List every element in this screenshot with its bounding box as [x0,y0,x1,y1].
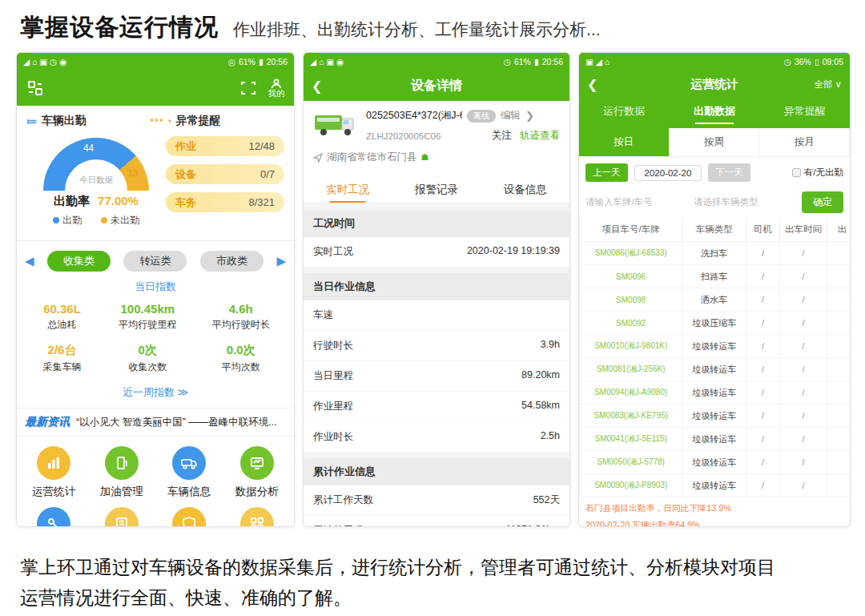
phone3-title: 运营统计 [690,77,738,92]
app-vehicle-management[interactable]: 车务管理 [155,507,223,527]
table-row[interactable]: SM0092 垃圾压缩车 / / [580,312,851,335]
news-ticker[interactable]: 最新资讯 “以小见大 智造美丽中国” ——盈峰中联环境... [17,409,294,437]
detail-row: 作业时长 2.5h [304,422,569,452]
app-data-analysis[interactable]: 数据分析 [223,446,292,499]
cell-departure-time: / [779,242,827,265]
table-row[interactable]: SM0010(湘J-9801K) 垃圾转运车 / / [580,335,851,358]
segment-by-week[interactable]: 按周 [670,128,760,156]
cell-cutoff [827,428,851,451]
cell-vehicle-id[interactable]: SM0094(湘J-A9080) [580,381,682,405]
scan-icon[interactable] [239,79,257,97]
prev-category-arrow[interactable]: ◀ [25,254,34,268]
cell-driver: / [746,242,780,265]
vehicle-management-icon [172,507,206,527]
cell-departure-time: / [779,381,827,405]
segment-by-month[interactable]: 按月 [759,128,850,156]
app-operation-stats[interactable]: 运营统计 [20,446,88,499]
tab-attendance-data[interactable]: 出勤数据 [670,98,760,128]
alert-clock-icon: ◔ [166,115,172,127]
stat-label: 平均行驶时长 [195,318,288,332]
more-options-button[interactable]: ••• [150,114,164,127]
cell-vehicle-id[interactable]: SM0092 [580,312,682,335]
battery-percent: 61% [239,57,255,66]
cell-departure-time: / [779,288,827,312]
daily-index-label: 当日指数 [17,280,294,294]
table-row[interactable]: SM0081(湘J-256K) 垃圾转运车 / / [580,358,851,381]
next-day-button[interactable]: 下一天 [708,163,750,182]
table-row[interactable]: SM0098 洒水车 / / [580,288,851,312]
row-value: 89.20km [521,369,560,383]
table-row[interactable]: SM0090(湘J-P8903) 垃圾转运车 / / [580,474,851,497]
follow-button[interactable]: 关注 [492,129,512,143]
stat-label: 平均行驶里程 [101,318,194,332]
cell-vehicle-id[interactable]: SM0083(湘J-KE795) [580,405,682,428]
table-row[interactable]: SM0094(湘J-A9080) 垃圾转运车 / / [580,381,851,405]
tab-running-data[interactable]: 运行数据 [579,98,670,128]
app-parts-mall[interactable]: 配件商城 [223,507,292,527]
table-row[interactable]: SM0050(湘J-5778) 垃圾转运车 / / [580,451,851,474]
daily-index-stats: 60.36L 总油耗 100.45km 平均行驶里程 4.6h 平均行驶时长 2… [17,294,294,376]
cell-vehicle-id[interactable]: SM0098 [580,288,682,312]
cell-vehicle-id[interactable]: SM0041(湘J-5E115) [580,428,682,451]
section-daily-work-info: 当日作业信息 车速 行驶时长 3.9h 当日里程 89.20km 作业里程 54… [304,273,569,452]
vehicle-name: 0252503E4*372(湘J-685… [366,109,462,123]
row-label: 实时工况 [313,245,353,259]
track-view-link[interactable]: 轨迹查看 [520,129,560,143]
donut-present-value: 44 [83,143,94,154]
category-tab-bar: ◀ 收集类 转运类 市政类 ▶ [17,241,294,272]
row-value: 2.5h [541,430,560,444]
vehicle-thumbnail [313,109,360,143]
alert-pill-work[interactable]: 作业 12/48 [166,136,284,156]
back-arrow-icon[interactable]: ❮ [587,77,597,92]
weekly-index-link[interactable]: 近一周指数 ≫ [17,376,294,409]
app-fuel-management[interactable]: 加油管理 [88,446,156,499]
tab-alarm-records[interactable]: 报警记录 [392,175,481,203]
table-row[interactable]: SM0083(湘J-KE795) 垃圾转运车 / / [580,405,851,428]
tab-municipal-category[interactable]: 市政类 [200,251,264,272]
app-repair-usage[interactable]: 维修使用 [20,507,88,527]
legend-present-label: 出勤 [62,215,82,226]
app-vehicle-info[interactable]: 车辆信息 [155,446,223,499]
row-value: 54.58km [521,400,560,413]
cell-vehicle-id[interactable]: SM0096 [580,265,682,288]
cell-vehicle-id[interactable]: SM0090(湘J-P8903) [580,474,682,497]
cell-vehicle-id[interactable]: SM0086(湘J-68533) [580,242,682,265]
stat-label: 总油耗 [23,318,101,332]
vehicle-type-select[interactable]: 请选择车辆类型 [694,196,797,208]
edit-button[interactable]: 编辑 [501,109,521,123]
page-header: 掌握设备运行情况 作业排班、出勤统计分析、工作量统计展示分析... [0,0,865,52]
date-picker[interactable]: 2020-02-20 [634,165,702,181]
segment-by-day[interactable]: 按日 [579,128,670,156]
table-row[interactable]: SM0086(湘J-68533) 洗扫车 / / [580,242,851,265]
cell-departure-time: / [779,451,827,474]
table-row[interactable]: SM0096 扫路车 / / [580,265,851,288]
col-driver: 司机 [746,218,780,242]
phone3-header-area: ▣ ◢ ⌂ ◷ 36% ▯ 09:05 ❮ 运营统计 全部 ∨ 运行数据 出勤数… [579,53,850,128]
back-arrow-icon[interactable]: ❮ [312,79,322,94]
prev-day-button[interactable]: 上一天 [585,163,628,182]
cell-vehicle-id[interactable]: SM0081(湘J-256K) [580,358,682,381]
chevron-right-icon[interactable]: ❯ [525,110,534,122]
repair-usage-icon [37,507,70,527]
table-row[interactable]: SM0041(湘J-5E115) 垃圾转运车 / / [580,428,851,451]
plate-search-input[interactable]: 请输入车牌/车号 [585,196,689,208]
row-label: 累计总里程 [313,524,364,527]
tab-transfer-category[interactable]: 转运类 [123,251,187,272]
tab-collection-category[interactable]: 收集类 [47,251,111,272]
tab-device-info[interactable]: 设备信息 [481,175,569,203]
cell-vehicle-id[interactable]: SM0010(湘J-9801K) [580,335,682,358]
tab-realtime-status[interactable]: 实时工况 [304,175,392,203]
my-profile-button[interactable]: 我的 [268,79,284,98]
tab-abnormal-alerts[interactable]: 异常提醒 [759,98,850,128]
alert-pill-device[interactable]: 设备 0/7 [166,164,284,184]
alert-pill-vehicle-affairs[interactable]: 车务 8/321 [166,192,284,212]
phone1-header: 我的 [17,70,294,106]
app-accident-records[interactable]: 事故记录 [88,507,156,527]
donut-center-label: 今日数据 [43,175,149,186]
confirm-button[interactable]: 确定 [802,191,843,213]
filter-all-dropdown[interactable]: 全部 ∨ [814,79,842,91]
next-category-arrow[interactable]: ▶ [276,254,286,268]
attendance-filter-checkbox[interactable] [792,168,801,177]
layout-switch-icon[interactable] [26,79,44,97]
cell-vehicle-id[interactable]: SM0050(湘J-5778) [580,451,682,474]
